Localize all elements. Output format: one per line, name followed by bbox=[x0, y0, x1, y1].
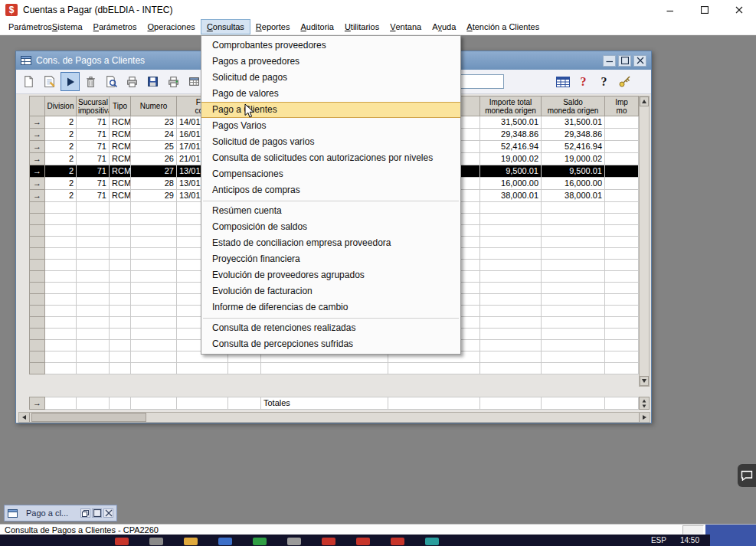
menu-item-pagos-a-proveedores[interactable]: Pagos a proveedores bbox=[201, 54, 460, 70]
cell-division[interactable] bbox=[45, 260, 77, 271]
cell-importe[interactable]: 52,416.94 bbox=[480, 141, 542, 153]
cell-division[interactable]: 2 bbox=[45, 129, 77, 141]
menu-atencion-a-clientes[interactable]: Atención a Clientes bbox=[461, 19, 545, 34]
menu-item-anticipos-de-compras[interactable]: Anticipos de compras bbox=[201, 182, 460, 198]
menu-ventana[interactable]: Ventana bbox=[385, 19, 427, 34]
cell-tipo[interactable] bbox=[110, 202, 131, 214]
close-button[interactable] bbox=[722, 0, 756, 19]
menu-item-comprobantes-proveedores[interactable]: Comprobantes proveedores bbox=[201, 38, 460, 54]
cell-sucursal[interactable] bbox=[77, 202, 110, 214]
cell-sucursal[interactable]: 71 bbox=[77, 153, 110, 165]
menu-item-informe-de-diferencias-de-cambio[interactable]: Informe de diferencias de cambio bbox=[201, 299, 460, 316]
cell-sucursal[interactable] bbox=[77, 351, 110, 363]
child-minimize-button[interactable] bbox=[603, 55, 616, 67]
menu-parametros-sistema[interactable]: Parámetros Sistema bbox=[3, 19, 88, 34]
taskbar-clock[interactable]: 14:50 bbox=[680, 536, 699, 544]
menu-item-evolucion-de-facturacion[interactable]: Evolución de facturacion bbox=[201, 283, 460, 299]
menu-item-consulta-de-solicitudes-con-autorizaciones-por-niveles[interactable]: Consulta de solicitudes con autorizacion… bbox=[201, 150, 460, 166]
cell-numero[interactable] bbox=[131, 306, 177, 317]
cell-arrow[interactable]: → bbox=[30, 178, 45, 190]
cell-h4[interactable] bbox=[605, 363, 639, 374]
cell-tipo[interactable]: RCM bbox=[110, 129, 131, 141]
cell-arrow[interactable] bbox=[30, 294, 45, 306]
cell-importe[interactable] bbox=[480, 237, 542, 248]
cell-numero[interactable] bbox=[131, 237, 177, 248]
cell-numero[interactable] bbox=[131, 317, 177, 329]
cell-sucursal[interactable]: 71 bbox=[77, 129, 110, 141]
menu-item-compensaciones[interactable]: Compensaciones bbox=[201, 166, 460, 182]
save-button[interactable] bbox=[143, 72, 162, 91]
cell-saldo[interactable]: 9,500.01 bbox=[542, 165, 605, 178]
cell-saldo[interactable]: 52,416.94 bbox=[542, 141, 605, 153]
taskbar-app-icon[interactable] bbox=[287, 538, 301, 545]
cell-arrow[interactable] bbox=[30, 260, 45, 271]
menu-item-resumen-cuenta[interactable]: Resúmen cuenta bbox=[201, 203, 460, 219]
cell-saldo[interactable] bbox=[542, 225, 605, 237]
cell-importe[interactable]: 31,500.01 bbox=[480, 116, 542, 129]
cell-numero[interactable] bbox=[131, 260, 177, 271]
edit-form-button[interactable] bbox=[40, 72, 59, 91]
taskbar-app-icon[interactable] bbox=[425, 538, 439, 545]
cell-division[interactable] bbox=[45, 271, 77, 283]
cell-sucursal[interactable] bbox=[77, 340, 110, 351]
cell-importe[interactable]: 9,500.01 bbox=[480, 165, 542, 178]
minimized-maximize-button[interactable] bbox=[92, 508, 102, 518]
cell-saldo[interactable] bbox=[542, 363, 605, 374]
cell-tipo[interactable] bbox=[110, 329, 131, 340]
menu-auditoria[interactable]: Auditoria bbox=[295, 19, 339, 34]
cell-saldo[interactable] bbox=[542, 260, 605, 271]
cell-arrow[interactable] bbox=[30, 317, 45, 329]
cell-h3[interactable] bbox=[388, 363, 480, 374]
cell-sucursal[interactable]: 71 bbox=[77, 190, 110, 202]
taskbar-app-icon[interactable] bbox=[149, 538, 163, 545]
cell-arrow[interactable] bbox=[30, 306, 45, 317]
cell-arrow[interactable] bbox=[30, 283, 45, 294]
cell-sucursal[interactable] bbox=[77, 294, 110, 306]
cell-arrow[interactable] bbox=[30, 363, 45, 374]
cell-division[interactable] bbox=[45, 329, 77, 340]
menu-consultas[interactable]: Consultas bbox=[201, 19, 250, 34]
question-button[interactable]: ? bbox=[594, 72, 614, 91]
cell-importe[interactable] bbox=[480, 214, 542, 225]
cell-arrow[interactable] bbox=[30, 225, 45, 237]
menu-item-composicion-de-saldos[interactable]: Composición de saldos bbox=[201, 219, 460, 235]
cell-importe[interactable] bbox=[480, 329, 542, 340]
scroll-left-button[interactable] bbox=[19, 413, 30, 422]
cell-h4[interactable] bbox=[605, 306, 639, 317]
cell-division[interactable] bbox=[45, 306, 77, 317]
cell-tipo[interactable] bbox=[110, 214, 131, 225]
cell-saldo[interactable]: 19,000.02 bbox=[542, 153, 605, 165]
menu-item-estado-de-conciliacion-empresa-proveedora[interactable]: Estado de conciliacion empresa proveedor… bbox=[201, 235, 460, 251]
cell-numero[interactable] bbox=[131, 294, 177, 306]
cell-importe[interactable] bbox=[480, 340, 542, 351]
menu-utilitarios[interactable]: Utilitarios bbox=[339, 19, 385, 34]
cell-importe[interactable]: 16,000.00 bbox=[480, 178, 542, 190]
cell-sucursal[interactable] bbox=[77, 317, 110, 329]
cell-sucursal[interactable]: 71 bbox=[77, 165, 110, 178]
cell-saldo[interactable] bbox=[542, 237, 605, 248]
col-header-saldo[interactable]: Saldomoneda origen bbox=[542, 96, 605, 116]
menu-item-proyeccion-financiera[interactable]: Proyección financiera bbox=[201, 251, 460, 267]
cell-division[interactable] bbox=[45, 294, 77, 306]
print-button[interactable] bbox=[123, 72, 142, 91]
cell-saldo[interactable] bbox=[542, 271, 605, 283]
cell-h4[interactable] bbox=[605, 329, 639, 340]
minimize-button[interactable] bbox=[653, 0, 687, 19]
taskbar-app-icon[interactable] bbox=[391, 538, 404, 545]
cell-saldo[interactable]: 16,000.00 bbox=[542, 178, 605, 190]
minimized-restore-button[interactable] bbox=[80, 508, 90, 518]
cell-saldo[interactable] bbox=[542, 329, 605, 340]
cell-importe[interactable] bbox=[480, 248, 542, 260]
cell-saldo[interactable] bbox=[542, 340, 605, 351]
cell-h4[interactable] bbox=[605, 317, 639, 329]
cell-arrow[interactable]: → bbox=[30, 129, 45, 141]
cell-arrow[interactable] bbox=[30, 214, 45, 225]
cell-tipo[interactable] bbox=[110, 363, 131, 374]
cell-numero[interactable]: 25 bbox=[131, 141, 177, 153]
cell-h4[interactable] bbox=[605, 141, 639, 153]
cell-h4[interactable] bbox=[605, 294, 639, 306]
cell-numero[interactable]: 29 bbox=[131, 190, 177, 202]
taskbar-app-icon[interactable] bbox=[184, 538, 198, 545]
cell-arrow[interactable]: → bbox=[30, 165, 45, 178]
cell-h4[interactable] bbox=[605, 237, 639, 248]
